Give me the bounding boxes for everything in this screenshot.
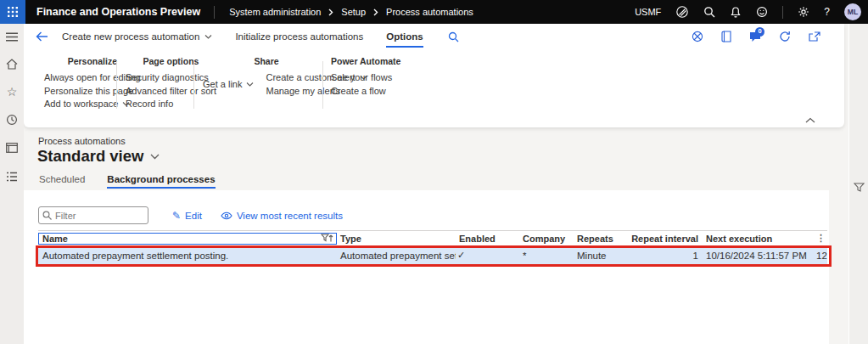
edit-button[interactable]: ✎ Edit [172,210,202,222]
chevron-right-icon [373,8,378,16]
tab-background-processes[interactable]: Background processes [107,174,215,189]
waffle-icon [8,7,18,17]
feedback-smiley-icon[interactable] [756,6,768,18]
ribbon-divider [193,61,194,109]
product-title: Finance and Operations Preview [25,6,214,18]
chevron-right-icon [328,8,333,16]
tab-scheduled[interactable]: Scheduled [39,174,85,189]
record-info-button[interactable]: Record info [126,98,216,111]
cell-company: * [519,251,574,261]
grid-card: ✎ Edit View most recent results Name Typ… [24,190,829,344]
breadcrumb: System administration Setup Process auto… [229,7,473,17]
navigation-sidebar: ☆ [0,24,24,344]
cell-repeat-interval: 1 [628,251,701,261]
environment-icon[interactable] [675,5,689,19]
ribbon-group-share: Share Get a link Create a custom alert M… [203,56,330,98]
chevron-down-icon [204,35,212,39]
cell-next-execution: 10/16/2024 5:11:57 PM [701,251,813,261]
action-search-icon[interactable] [448,31,459,42]
topbar-divider [214,6,215,19]
home-icon[interactable] [6,57,18,70]
open-in-new-window-icon[interactable] [809,31,820,42]
column-header-repeats[interactable]: Repeats [574,234,628,244]
filter-pane-strip [848,24,868,344]
modules-list-icon[interactable] [6,170,18,183]
tab-options[interactable]: Options [386,31,423,42]
breadcrumb-page: Process automations [386,7,473,17]
column-options-icon[interactable]: ⋮ [813,233,827,244]
favorites-star-icon[interactable]: ☆ [7,85,18,99]
group-title: Power Automate [331,56,400,66]
open-in-office-icon[interactable] [721,31,731,42]
help-icon[interactable]: ? [824,6,830,18]
tab-initialize-process-automations[interactable]: Initialize process automations [235,31,363,42]
filter-sort-ascending-icon[interactable] [321,234,333,243]
column-header-next-execution[interactable]: Next execution [701,234,813,244]
top-navigation-bar: Finance and Operations Preview System ad… [0,0,868,24]
grid-header-row: Name Type Enabled Company Repeats Repeat… [38,230,827,246]
filter-search-icon [42,211,52,220]
filter-inputbox[interactable] [38,206,148,224]
cell-name: Automated prepayment settlement posting. [38,251,337,261]
search-icon[interactable] [703,6,715,18]
ribbon-group-power-automate: Power Automate See your flows Create a f… [331,56,400,98]
ribbon-divider [116,61,117,109]
cell-overflow-value: 12 [813,251,827,261]
app-launcher-button[interactable] [0,0,25,24]
cell-enabled-checkmark: ✓ [456,250,519,261]
pencil-icon: ✎ [172,210,181,222]
tab-create-new-process-automation[interactable]: Create new process automation [62,31,212,42]
view-most-recent-results-button[interactable]: View most recent results [221,211,343,221]
company-picker-button[interactable]: USMF [635,7,661,17]
page-caption: Process automations [38,136,126,146]
column-header-company[interactable]: Company [519,234,574,244]
recent-clock-icon[interactable] [6,113,18,127]
cell-type: Automated prepayment settlem... [337,251,456,261]
column-header-type[interactable]: Type [337,234,456,244]
action-pane-right-icons: 0 [692,31,844,42]
back-arrow-icon[interactable] [36,31,48,42]
chevron-down-icon [246,82,254,87]
collapse-ribbon-chevron-icon[interactable] [805,117,815,123]
column-header-repeat-interval[interactable]: Repeat interval [628,234,701,244]
group-title: Share [203,56,330,66]
attachments-button[interactable]: 0 [749,31,761,42]
grid-toolbar: ✎ Edit View most recent results [38,206,343,224]
refresh-icon[interactable] [779,31,791,42]
hamburger-menu-icon[interactable] [6,30,18,43]
cell-repeats: Minute [574,251,628,261]
ribbon-divider [322,61,323,109]
workspace-window-icon[interactable] [6,141,18,155]
column-header-enabled[interactable]: Enabled [456,234,519,244]
topbar-divider [782,6,783,19]
view-chevron-down-icon[interactable] [150,154,160,160]
gear-icon[interactable] [798,6,809,18]
page-tabs: Scheduled Background processes [39,174,216,189]
filter-funnel-icon[interactable] [854,31,865,344]
see-your-flows-button[interactable]: See your flows [331,71,400,85]
task-recorder-icon[interactable] [692,31,703,42]
breadcrumb-module[interactable]: System administration [229,7,321,17]
attachments-badge: 0 [755,27,764,37]
breadcrumb-area[interactable]: Setup [341,7,366,17]
topbar-actions: USMF ? ML [635,3,868,20]
create-a-flow-button[interactable]: Create a flow [331,85,400,99]
process-automations-grid: Name Type Enabled Company Repeats Repeat… [38,230,827,264]
action-pane-tabs: Create new process automation Initialize… [24,24,844,49]
view-title: Standard view [37,147,160,166]
eye-icon [221,211,232,220]
column-header-name[interactable]: Name [38,233,337,245]
get-a-link-button[interactable]: Get a link [203,71,254,98]
action-pane-panel: Create new process automation Initialize… [24,24,844,127]
user-avatar[interactable]: ML [844,3,861,20]
filter-input[interactable] [55,211,144,221]
bell-icon[interactable] [730,6,742,18]
table-row[interactable]: Automated prepayment settlement posting.… [38,246,827,264]
